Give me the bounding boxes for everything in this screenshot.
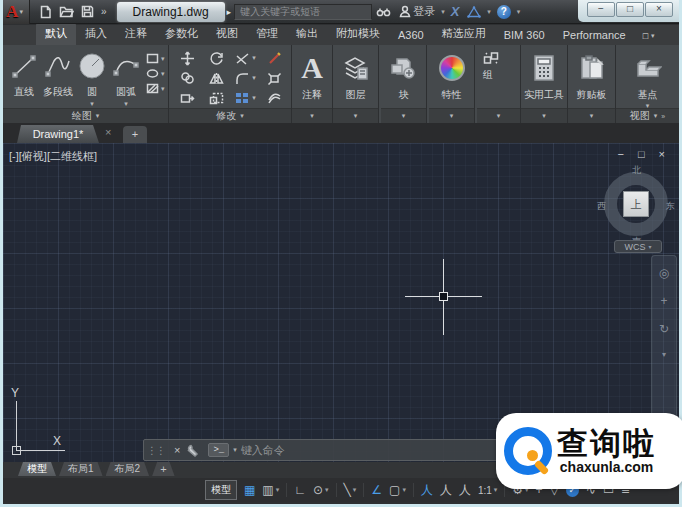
viewport-controls-label[interactable]: [-][俯视][二维线框] [9, 149, 97, 164]
ribbon-tab-insert[interactable]: 插入 [76, 23, 116, 45]
grid-toggle[interactable]: ▦ [244, 483, 255, 497]
application-menu-button[interactable]: A ▾ [0, 0, 30, 24]
move-tool-button[interactable] [173, 48, 202, 68]
a360-button[interactable] [463, 1, 485, 23]
ribbon-tab-annotate[interactable]: 注释 [116, 23, 156, 45]
properties-panel-label[interactable]: ▾ [429, 108, 474, 123]
layers-panel-label[interactable]: ▾ [333, 108, 378, 123]
ribbon-tab-home[interactable]: 默认 [36, 23, 76, 45]
stretch-tool-button[interactable] [173, 88, 202, 108]
chevron-down-icon[interactable]: ▾ [229, 446, 241, 454]
ortho-toggle[interactable]: ∟ [294, 483, 306, 497]
layers-button[interactable]: 图层 [333, 45, 378, 102]
close-button[interactable]: × [645, 2, 673, 17]
arc-tool-button[interactable]: 圆弧 ▾ [109, 48, 143, 107]
isodraft-toggle[interactable]: ╲▾ [344, 483, 357, 497]
snap-toggle[interactable]: ▥▾ [262, 483, 279, 497]
object-snap-tracking-toggle[interactable]: ∠ [371, 483, 382, 497]
annotation-button[interactable]: A 注释 [292, 45, 332, 102]
annotation-visibility-toggle[interactable]: 人 [421, 482, 433, 499]
new-layout-button[interactable]: + [152, 462, 174, 476]
command-customize-button[interactable] [185, 444, 205, 457]
line-tool-button[interactable]: 直线 [7, 48, 41, 107]
view-panel-label[interactable]: 视图▾» [616, 108, 679, 123]
ribbon-tab-parametric[interactable]: 参数化 [156, 23, 207, 45]
new-file-button[interactable] [38, 4, 53, 19]
model-space-toggle[interactable]: 模型 [205, 480, 237, 500]
annotation-scale-dropdown[interactable]: 1:1▾ [478, 485, 497, 496]
help-search-input[interactable] [234, 4, 372, 20]
chevron-down-icon[interactable]: ▾ [439, 8, 447, 16]
ribbon-display-toggle[interactable]: □ ▾ [643, 31, 655, 45]
compass-west-label[interactable]: 西 [597, 200, 606, 213]
groups-button[interactable]: 组 [477, 45, 520, 82]
polyline-tool-button[interactable]: 多段线 [41, 48, 75, 107]
document-tab-drawing1[interactable]: Drawing1* [17, 125, 99, 143]
viewport-restore-icon[interactable]: □ [638, 148, 645, 160]
new-document-tab-button[interactable]: + [123, 126, 147, 143]
clipboard-panel-label[interactable]: ▾ [568, 108, 615, 123]
command-prompt-icon[interactable]: >_ [208, 443, 229, 457]
copy-tool-button[interactable] [173, 68, 202, 88]
ribbon-tab-performance[interactable]: Performance [554, 26, 635, 45]
utilities-panel-label[interactable]: ▾ [521, 108, 567, 123]
ribbon-tab-view[interactable]: 视图 [207, 23, 247, 45]
navwheel-icon[interactable]: ◎ [659, 266, 669, 280]
pan-icon[interactable]: + [660, 294, 667, 308]
groups-panel-label[interactable]: ▾ [477, 108, 520, 123]
layout-tab-layout1[interactable]: 布局1 [59, 462, 103, 476]
autoscale-toggle[interactable]: 人 [440, 482, 452, 499]
minimize-button[interactable]: − [587, 2, 615, 17]
ribbon-tab-bim360[interactable]: BIM 360 [495, 26, 554, 45]
command-close-icon[interactable]: × [169, 444, 185, 456]
annotation-scale-icon[interactable]: 人 [459, 482, 471, 499]
utilities-button[interactable]: 实用工具 [521, 45, 567, 102]
navigation-bar[interactable]: ◎ + ↻ ▾ [651, 255, 677, 427]
help-button[interactable]: ? [493, 1, 515, 23]
hatch-tool-button[interactable]: ▾ [146, 83, 165, 94]
scale-tool-button[interactable] [202, 88, 231, 108]
modify-panel-label[interactable]: 修改▾ [169, 108, 291, 123]
document-tab-close-icon[interactable]: × [105, 126, 111, 138]
mirror-tool-button[interactable] [202, 68, 231, 88]
sign-in-button[interactable]: 登录 [395, 1, 439, 23]
rotate-tool-button[interactable] [202, 48, 231, 68]
ellipse-tool-button[interactable]: ▾ [146, 68, 165, 79]
ribbon-tab-featured-apps[interactable]: 精选应用 [433, 23, 495, 45]
clipboard-button[interactable]: 剪贴板 [568, 45, 615, 102]
circle-tool-button[interactable]: 圆 ▾ [75, 48, 109, 107]
layout-tab-model[interactable]: 模型 [18, 462, 56, 476]
chevron-down-icon[interactable]: ▾ [515, 8, 523, 16]
search-button[interactable] [372, 1, 395, 23]
annotation-panel-label[interactable]: ▾ [292, 108, 332, 123]
block-button[interactable]: 块 [381, 45, 426, 102]
explode-tool-button[interactable] [260, 68, 289, 88]
rectangle-tool-button[interactable]: ▾ [146, 53, 165, 64]
fillet-tool-button[interactable]: ▾ [231, 68, 260, 88]
orbit-icon[interactable]: ↻ [659, 322, 669, 336]
qat-more-icon[interactable]: » [101, 6, 105, 17]
command-grip-icon[interactable]: ⋮⋮ [144, 445, 169, 456]
chevron-down-icon[interactable]: ▾ [662, 350, 666, 359]
wcs-dropdown[interactable]: WCS▾ [614, 240, 662, 253]
draw-panel-label[interactable]: 绘图▾ [3, 108, 168, 123]
ribbon-tab-manage[interactable]: 管理 [247, 23, 287, 45]
erase-tool-button[interactable] [260, 48, 289, 68]
open-file-button[interactable] [59, 4, 74, 19]
command-input-placeholder[interactable]: 键入命令 [241, 443, 285, 458]
exchange-apps-button[interactable]: X [447, 1, 464, 23]
compass-north-label[interactable]: 北 [632, 164, 641, 177]
trim-tool-button[interactable]: ▾ [231, 48, 260, 68]
maximize-button[interactable]: □ [616, 2, 644, 17]
polar-tracking-toggle[interactable]: ⊙▾ [313, 483, 329, 497]
array-tool-button[interactable]: ▾ [231, 88, 260, 108]
basepoint-button[interactable]: 基点 ▾ [616, 45, 679, 110]
layout-tab-layout2[interactable]: 布局2 [106, 462, 150, 476]
compass-east-label[interactable]: 东 [666, 200, 675, 213]
ribbon-tab-a360[interactable]: A360 [389, 26, 433, 45]
offset-tool-button[interactable] [260, 88, 289, 108]
viewcube-top-face[interactable]: 上 [623, 191, 649, 217]
properties-button[interactable]: 特性 [429, 45, 474, 102]
block-panel-label[interactable]: ▾ [381, 108, 426, 123]
chevron-down-icon[interactable]: ▾ [485, 8, 493, 16]
